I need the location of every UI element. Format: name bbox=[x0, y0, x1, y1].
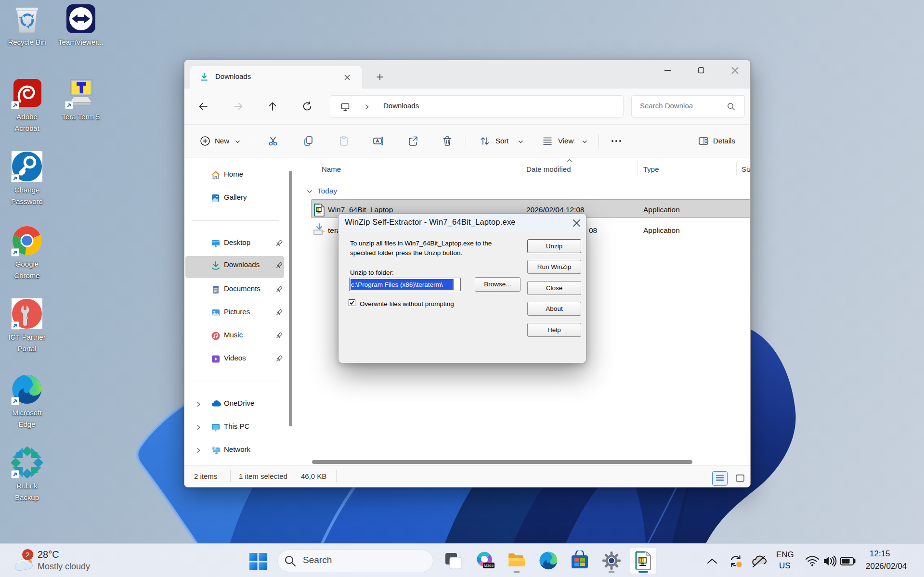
svg-text:M365: M365 bbox=[484, 564, 494, 568]
